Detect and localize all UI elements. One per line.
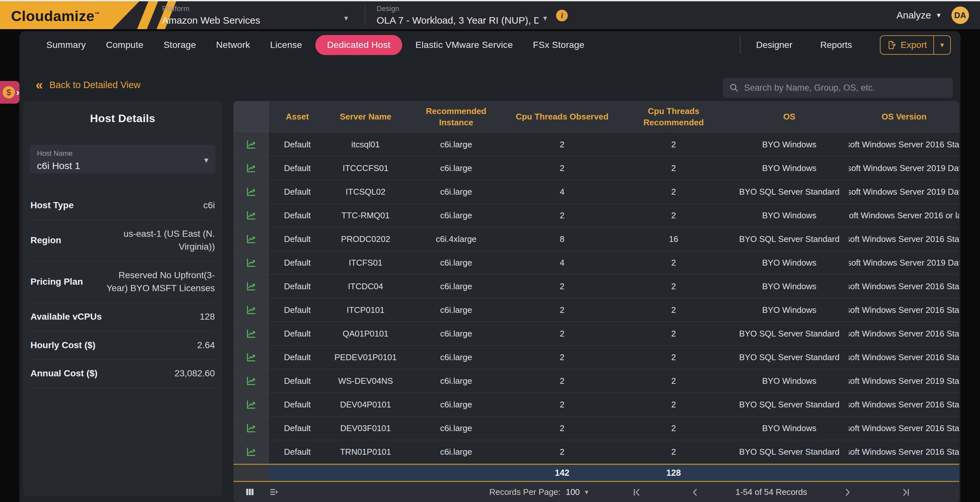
column-header-os[interactable]: OS <box>730 101 849 133</box>
chart-icon[interactable] <box>233 204 269 227</box>
chevron-down-icon[interactable]: ▾ <box>344 14 348 23</box>
cell-cpu-threads-observed: 2 <box>507 322 617 345</box>
cell-server-name: TTC-RMQ01 <box>326 204 406 227</box>
chart-icon[interactable] <box>233 180 269 203</box>
chart-icon[interactable] <box>233 156 269 180</box>
export-button[interactable]: Export ▾ <box>880 35 951 55</box>
cell-server-name: QA01P0101 <box>326 322 406 345</box>
nav-tabs: SummaryComputeStorageNetworkLicenseDedic… <box>36 35 594 55</box>
tab-fsx-storage[interactable]: FSx Storage <box>523 40 595 50</box>
tab-dedicated-host[interactable]: Dedicated Host <box>315 35 402 55</box>
chart-column-header <box>233 101 269 133</box>
tab-license[interactable]: License <box>260 40 312 50</box>
chart-icon[interactable] <box>233 393 269 416</box>
chart-icon[interactable] <box>233 322 269 345</box>
table-row: DefaultQA01P0101c6i.large22BYO SQL Serve… <box>233 322 959 346</box>
column-header-recommended-instance[interactable]: Recommended Instance <box>406 101 507 133</box>
nav-link-reports[interactable]: Reports <box>820 40 852 50</box>
cell-os-version: Microsoft Windows Server 2016 or later (… <box>849 204 959 227</box>
chart-icon[interactable] <box>233 298 269 322</box>
cell-cpu-threads-observed: 4 <box>507 251 617 274</box>
table-row: DefaultITCDC04c6i.large22BYO WindowsMicr… <box>233 275 959 298</box>
info-icon[interactable]: i <box>556 10 568 21</box>
cell-cpu-threads-recommended: 2 <box>617 393 730 416</box>
cell-cpu-threads-observed: 2 <box>507 346 617 369</box>
host-detail-row-host-type: Host Typec6i <box>30 191 215 220</box>
nav-link-designer[interactable]: Designer <box>756 40 792 50</box>
logo-text: Cloudamize™ <box>11 8 100 25</box>
cell-cpu-threads-observed: 2 <box>507 440 617 464</box>
cell-recommended-instance: c6i.large <box>406 204 507 227</box>
cell-os: BYO SQL Server Standard <box>730 180 849 203</box>
cell-os: BYO Windows <box>730 204 849 227</box>
cell-os-version: Microsoft Windows Server 2016 Standar... <box>849 346 959 369</box>
first-page-icon[interactable] <box>631 487 642 498</box>
table-row: DefaultPEDEV01P0101c6i.large22BYO SQL Se… <box>233 346 959 369</box>
cell-asset: Default <box>269 227 326 251</box>
cell-asset: Default <box>269 133 326 156</box>
column-header-server-name[interactable]: Server Name <box>326 101 406 133</box>
chevron-right-icon: › <box>16 87 19 98</box>
chevron-down-icon[interactable]: ▾ <box>543 14 547 23</box>
last-page-icon[interactable] <box>900 487 911 498</box>
column-header-os-version[interactable]: OS Version <box>849 101 959 133</box>
records-per-page[interactable]: Records Per Page: 100 ▾ <box>489 482 588 502</box>
cell-asset: Default <box>269 180 326 203</box>
previous-page-icon[interactable] <box>690 487 701 498</box>
cell-recommended-instance: c6i.large <box>406 322 507 345</box>
tab-elastic-vmware-service[interactable]: Elastic VMware Service <box>406 40 523 50</box>
chart-icon[interactable] <box>233 346 269 369</box>
search-box <box>723 78 953 98</box>
column-header-cpu-threads-recommended[interactable]: Cpu Threads Recommended <box>617 101 730 133</box>
chart-icon[interactable] <box>233 275 269 298</box>
chart-icon[interactable] <box>233 251 269 274</box>
chart-icon[interactable] <box>233 416 269 440</box>
cell-os: BYO Windows <box>730 156 849 180</box>
totals-cpu-recommended: 128 <box>617 465 730 481</box>
search-input[interactable] <box>744 83 946 93</box>
cell-asset: Default <box>269 298 326 322</box>
table-body: Defaultitcsql01c6i.large22BYO WindowsMic… <box>233 133 959 464</box>
cell-recommended-instance: c6i.large <box>406 275 507 298</box>
main-content: SummaryComputeStorageNetworkLicenseDedic… <box>19 31 961 502</box>
tab-summary[interactable]: Summary <box>36 40 96 50</box>
detail-value: us-east-1 (US East (N. Virginia)) <box>103 227 215 254</box>
chart-icon[interactable] <box>233 440 269 464</box>
chart-icon[interactable] <box>233 369 269 392</box>
analyze-label: Analyze <box>896 10 931 21</box>
cell-os-version: Microsoft Windows Server 2016 Standar... <box>849 393 959 416</box>
table-footer: Records Per Page: 100 ▾ 1-54 of 54 Recor… <box>233 482 959 502</box>
cell-server-name: PEDEV01P0101 <box>326 346 406 369</box>
avatar[interactable]: DA <box>951 6 969 24</box>
column-header-cpu-threads-observed[interactable]: Cpu Threads Observed <box>507 101 617 133</box>
export-dropdown-caret[interactable]: ▾ <box>933 36 950 54</box>
cell-server-name: TRN01P0101 <box>326 440 406 464</box>
tab-network[interactable]: Network <box>206 40 260 50</box>
column-header-asset[interactable]: Asset <box>269 101 326 133</box>
cell-os-version: Microsoft Windows Server 2019 Datace... <box>849 180 959 203</box>
tab-storage[interactable]: Storage <box>154 40 206 50</box>
tab-compute[interactable]: Compute <box>96 40 154 50</box>
host-name-select[interactable]: Host Name c6i Host 1 ▾ <box>30 145 215 173</box>
design-select[interactable]: Design OLA 7 - Workload, 3 Year RI (NUP)… <box>377 5 539 26</box>
table-row: DefaultITCCCFS01c6i.large22BYO WindowsMi… <box>233 156 959 180</box>
cell-recommended-instance: c6i.large <box>406 416 507 440</box>
chart-icon[interactable] <box>233 133 269 156</box>
host-detail-row-available-vcpus: Available vCPUs128 <box>30 303 215 331</box>
host-detail-row-hourly-cost: Hourly Cost ($)2.64 <box>30 331 215 360</box>
next-page-icon[interactable] <box>842 487 853 498</box>
chevron-down-icon: ▾ <box>940 41 944 49</box>
table-row: DefaultPRODC0202c6i.4xlarge816BYO SQL Se… <box>233 227 959 251</box>
list-arrow-icon[interactable] <box>269 487 279 497</box>
cell-asset: Default <box>269 251 326 274</box>
detail-value: 128 <box>200 310 215 324</box>
back-link-label: Back to Detailed View <box>49 79 141 91</box>
back-to-detailed-view-link[interactable]: « Back to Detailed View <box>36 79 141 91</box>
cost-side-tab[interactable]: $ › <box>0 81 19 104</box>
panel-title: Host Details <box>23 101 222 125</box>
analyze-menu[interactable]: Analyze ▾ <box>896 10 940 21</box>
cell-os-version: Microsoft Windows Server 2016 Standar... <box>849 133 959 156</box>
column-chooser-icon[interactable] <box>245 487 255 497</box>
platform-select[interactable]: Platform Amazon Web Services <box>162 5 344 26</box>
chart-icon[interactable] <box>233 227 269 251</box>
